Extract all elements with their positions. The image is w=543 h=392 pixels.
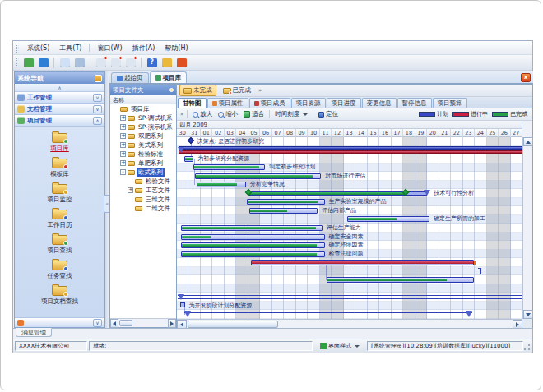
view-tab-0[interactable]: 甘特图 xyxy=(178,98,207,108)
tree-horizontal-scrollbar[interactable] xyxy=(110,318,176,327)
gantt-task-bar[interactable] xyxy=(193,164,266,170)
view-tab-4[interactable]: 项目进度 xyxy=(327,98,361,108)
message-tab[interactable]: 消息管理 xyxy=(16,328,52,337)
menu-item-1[interactable]: 工具(T) xyxy=(54,42,86,54)
tree-column-header[interactable]: 名称 xyxy=(110,95,176,104)
locate-button[interactable]: 定位 xyxy=(317,110,340,118)
gantt-task-bar[interactable] xyxy=(195,173,321,179)
exit-icon-button[interactable] xyxy=(175,57,188,69)
scroll-thumb[interactable] xyxy=(119,320,132,326)
tree-expander[interactable]: + xyxy=(128,187,133,193)
tree-item-0[interactable]: 项目库 xyxy=(110,104,176,113)
menu-item-5[interactable]: 帮助(H) xyxy=(160,42,193,54)
timescale-button[interactable]: 时间刻度 xyxy=(273,110,309,118)
style-selector[interactable]: 界面样式 xyxy=(318,341,362,351)
chevron-down-icon[interactable]: ∨ xyxy=(93,319,102,327)
tree-item-3[interactable]: +双肥系列 xyxy=(110,131,176,141)
tree-item-7[interactable]: -欧式系列 xyxy=(110,168,176,177)
scroll-thumb[interactable] xyxy=(188,321,278,328)
window-alert-icon-button[interactable] xyxy=(109,57,122,69)
gantt-task-bar[interactable] xyxy=(347,216,429,222)
pin-icon[interactable] xyxy=(169,88,174,92)
view-tab-3[interactable]: 项目资源 xyxy=(291,98,326,108)
resize-grip[interactable] xyxy=(523,344,531,351)
data-source-icon-button[interactable] xyxy=(22,57,35,69)
nav-item-6[interactable]: 项目文档查找 xyxy=(15,283,104,308)
gantt-task-bar[interactable] xyxy=(184,156,194,162)
sidebar-pin-button[interactable] xyxy=(95,75,102,82)
view-tab-7[interactable]: 项目预算 xyxy=(433,98,467,108)
nav-section-1[interactable]: 文档管理∨ xyxy=(15,104,104,115)
globe-icon-button[interactable] xyxy=(37,57,49,69)
close-tab-button[interactable]: x xyxy=(521,73,531,82)
tree-item-5[interactable]: +检验标准 xyxy=(110,150,176,159)
doc-tab-1[interactable]: 项目库 xyxy=(150,71,188,83)
mail-alert-icon-button[interactable] xyxy=(95,57,107,69)
tree-item-10[interactable]: 三维文件 xyxy=(110,195,176,204)
help-icon-button[interactable]: ? xyxy=(146,57,158,69)
project-actual-bar[interactable] xyxy=(179,150,522,154)
gantt-summary-bar[interactable] xyxy=(248,191,427,196)
zoom-out-button[interactable]: 缩小 xyxy=(216,110,239,118)
view-tab-1[interactable]: 项目属性 xyxy=(207,98,248,108)
scroll-left-button[interactable] xyxy=(110,319,118,328)
chevron-down-icon[interactable]: ∨ xyxy=(93,94,102,102)
gantt-vertical-scrollbar[interactable] xyxy=(522,137,532,319)
tree-item-8[interactable]: 检验文件 xyxy=(110,177,176,186)
milestone-square[interactable] xyxy=(180,302,185,307)
tree-expander[interactable]: + xyxy=(120,142,126,148)
gantt-task-bar[interactable] xyxy=(251,260,474,265)
zoom-in-button[interactable]: 放大 xyxy=(191,110,214,118)
gantt-task-bar[interactable] xyxy=(181,251,325,257)
view-tab-5[interactable]: 变更信息 xyxy=(362,98,397,108)
menu-item-3[interactable]: 窗口(W) xyxy=(92,42,127,54)
lock-icon-button[interactable] xyxy=(160,57,173,69)
nav-section-0[interactable]: 工作管理∨ xyxy=(15,92,104,104)
fit-button[interactable]: 适合 xyxy=(242,110,266,118)
nav-item-4[interactable]: 项目查找 xyxy=(15,232,104,257)
filter-overflow-chevron[interactable]: » xyxy=(258,87,262,94)
gantt-task-bar[interactable] xyxy=(327,277,474,283)
chevron-up-icon[interactable]: ∧ xyxy=(93,117,102,125)
menu-grip[interactable] xyxy=(16,44,19,53)
project-plan-bar[interactable] xyxy=(179,146,522,150)
gantt-task-bar[interactable] xyxy=(249,208,318,214)
gantt-task-bar[interactable] xyxy=(181,225,323,231)
user-alert-icon-button[interactable] xyxy=(124,57,137,69)
sidebar-collapse-strip[interactable]: ∧ xyxy=(15,84,104,92)
tree-expander[interactable]: + xyxy=(120,151,126,157)
chevron-down-icon[interactable]: ∨ xyxy=(93,105,102,113)
filter-button-0[interactable]: 未完成 xyxy=(179,85,216,96)
nav-item-1[interactable]: 模板库 xyxy=(15,155,104,181)
scroll-down-button[interactable] xyxy=(523,310,533,319)
nav-item-3[interactable]: 工作日历 xyxy=(15,206,104,232)
toolbar-grip[interactable] xyxy=(16,58,19,67)
filter-button-1[interactable]: 已完成 xyxy=(219,85,256,96)
menu-item-4[interactable]: 插件(A) xyxy=(128,42,160,54)
doc-tab-0[interactable]: 起始页 xyxy=(111,72,149,83)
gantt-task-bar[interactable] xyxy=(247,199,325,205)
tree-expander[interactable]: + xyxy=(120,133,126,139)
tree-item-4[interactable]: +美式系列 xyxy=(110,141,176,150)
tree-expander[interactable]: + xyxy=(120,115,126,121)
nav-section-2[interactable]: 项目管理∧ xyxy=(15,115,104,127)
tree-expander[interactable]: - xyxy=(120,169,126,175)
folder-window-icon-button[interactable] xyxy=(58,57,71,69)
tree-item-11[interactable]: 二维文件 xyxy=(110,204,176,213)
nav-item-0[interactable]: 项目库 xyxy=(15,130,104,155)
tree-item-9[interactable]: +工艺文件 xyxy=(110,186,176,195)
view-tab-6[interactable]: 暂停信息 xyxy=(397,98,432,108)
toolbar-overflow-chevron[interactable]: » xyxy=(180,111,183,118)
tree-item-1[interactable]: +SP-调试机系 xyxy=(110,113,176,122)
tree-expander[interactable]: + xyxy=(120,124,126,130)
gantt-task-bar[interactable] xyxy=(181,242,325,248)
layout-window-icon-button[interactable] xyxy=(73,57,86,69)
tree-expander[interactable]: + xyxy=(120,160,126,166)
gantt-task-bar[interactable] xyxy=(197,182,246,187)
tree-item-2[interactable]: +SP-演示机系 xyxy=(110,122,176,131)
menu-item-0[interactable]: 系统(S) xyxy=(22,42,54,54)
gantt-task-bar[interactable] xyxy=(181,234,325,240)
sidebar-bottom-section[interactable]: ∨ xyxy=(15,317,104,327)
nav-item-2[interactable]: 项目监控 xyxy=(15,181,104,206)
scroll-up-button[interactable] xyxy=(523,137,533,146)
